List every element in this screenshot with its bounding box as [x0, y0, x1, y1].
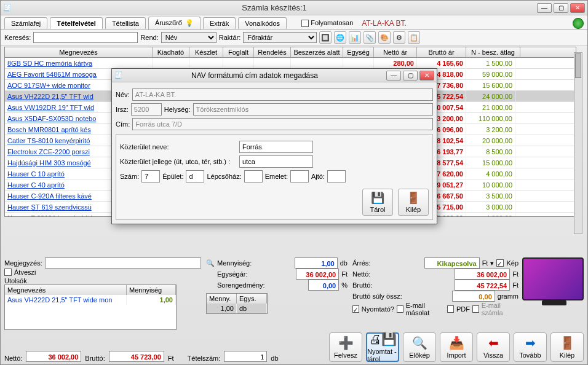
- col-brutto[interactable]: Bruttó ár: [417, 47, 466, 57]
- window-title: Számla készítés:1: [12, 3, 537, 12]
- table-row[interactable]: 8GB SD HC memória kártya280,004 165,601 …: [5, 58, 576, 69]
- dialog-close[interactable]: ✕: [419, 71, 434, 80]
- lastgrid-col-name[interactable]: Megnevezés: [5, 285, 127, 295]
- arres-label: Árrés:: [352, 259, 370, 267]
- footer-brutto: 45 723,00: [109, 351, 164, 362]
- calc-icon[interactable]: 🔍: [206, 259, 215, 267]
- epulet-input[interactable]: [186, 170, 204, 182]
- col-megnevezes[interactable]: Megnevezés: [5, 47, 153, 57]
- tovabb-button[interactable]: ➡Tovább: [514, 332, 547, 362]
- nyomtat-tarol-button[interactable]: 🖨💾Nyomtat - tárol: [366, 332, 399, 362]
- comment-input[interactable]: [45, 257, 201, 269]
- dropdown-icon[interactable]: ▾: [490, 259, 494, 267]
- kilep-button[interactable]: 🚪Kilép: [550, 332, 584, 362]
- cell-besz: 10 000,00: [466, 179, 515, 190]
- col-n-besz[interactable]: N - besz. átlag: [466, 47, 520, 57]
- toolbar-btn-3[interactable]: 📊: [349, 31, 361, 44]
- lastgrid-col-qty[interactable]: Mennyiség: [127, 285, 176, 295]
- close-button[interactable]: ✕: [570, 3, 585, 13]
- helyseg-input: [193, 103, 433, 116]
- epulet-label: Épület:: [162, 173, 183, 180]
- tab-tetellista[interactable]: Tétellista: [105, 17, 146, 29]
- tab-aruszuro[interactable]: Áruszűrő 💡: [148, 17, 201, 29]
- folyamatosan-checkbox[interactable]: [301, 20, 309, 27]
- dialog-kilep-button[interactable]: 🚪Kilép: [398, 189, 429, 216]
- minimize-button[interactable]: —: [537, 3, 552, 13]
- lepcso-input[interactable]: [244, 170, 263, 182]
- cell-besz: 4 000,00: [466, 168, 515, 179]
- kozter-jelleg-input[interactable]: [239, 155, 313, 168]
- col-rendeles[interactable]: Rendelés: [254, 47, 291, 57]
- email-masolat-checkbox[interactable]: [397, 305, 403, 313]
- raktar-select[interactable]: Főraktár: [243, 32, 317, 43]
- toolbar-btn-5[interactable]: 🎨: [378, 31, 391, 44]
- tab-tetelfelvetel[interactable]: Tételfelvétel: [50, 17, 103, 29]
- toolbar-btn-7[interactable]: 📋: [408, 31, 420, 44]
- sorenged-label: Sorengedmény:: [217, 281, 265, 289]
- lastgrid-name: Asus VH222D 21,5" TFT wide mon: [5, 295, 127, 305]
- col-netto[interactable]: Nettó ár: [374, 47, 417, 57]
- search-toolbar: Keresés: Rend: Név Raktár: Főraktár 🔲 🌐 …: [1, 30, 587, 45]
- rend-select[interactable]: Név: [161, 32, 217, 43]
- toolbar-btn-attach[interactable]: 📎: [364, 31, 376, 44]
- tetel-value: 1: [224, 351, 267, 362]
- vissza-button[interactable]: ⬅Vissza: [477, 332, 510, 362]
- scrollbar-thumb[interactable]: [575, 53, 581, 78]
- toolbar-btn-ie[interactable]: 🌐: [334, 31, 346, 44]
- mini-col-0: Menny.: [207, 294, 237, 304]
- col-keszlet[interactable]: Készlet: [189, 47, 223, 57]
- nyomtato-checkbox[interactable]: [352, 305, 359, 313]
- felvesz-button[interactable]: ➕Felvesz: [329, 332, 362, 362]
- door-icon: 🚪: [407, 191, 420, 205]
- atveszi-checkbox[interactable]: [4, 269, 12, 276]
- dialog-minimize[interactable]: —: [386, 71, 401, 80]
- email-szamla-label: E-mail számla: [482, 302, 518, 316]
- nev-label: Név:: [116, 91, 130, 98]
- sorenged-input[interactable]: 0,00: [308, 280, 339, 291]
- raktar-label: Raktár:: [219, 34, 240, 41]
- rbrutto-value: 45 722,54: [455, 280, 510, 291]
- elokep-button[interactable]: 🔍Előkép: [403, 332, 436, 362]
- toolbar-btn-1[interactable]: 🔲: [319, 31, 332, 44]
- menny-input[interactable]: 1,00: [295, 257, 338, 269]
- col-foglalt[interactable]: Foglalt: [223, 47, 254, 57]
- dialog-maximize[interactable]: ▢: [403, 71, 418, 80]
- tab-extrak[interactable]: Extrák: [203, 17, 236, 29]
- tab-vonalkodos[interactable]: Vonalkódos: [238, 17, 287, 29]
- lastgrid-row[interactable]: Asus VH222D 21,5" TFT wide mon1,00: [5, 295, 176, 305]
- refresh-button[interactable]: [573, 18, 584, 29]
- nav-address-dialog: 🧾 NAV formátumú cím adatok megadása — ▢ …: [111, 68, 437, 224]
- col-beszerzes[interactable]: Beszerzés alatt: [291, 47, 343, 57]
- ajto-input[interactable]: [327, 170, 346, 182]
- comment-label: Megjegyzés:: [4, 259, 42, 267]
- cell-besz: 15 000,00: [466, 157, 515, 168]
- suly-label: Bruttó súly össz:: [352, 292, 402, 300]
- import-button[interactable]: 📥Import: [440, 332, 473, 362]
- utolsok-label: Utolsók: [4, 277, 201, 285]
- lepcso-label: Lépcsőház:: [207, 173, 241, 180]
- tab-szamlafej[interactable]: Számlafej: [4, 17, 47, 29]
- col-egyseg[interactable]: Egység: [343, 47, 374, 57]
- email-szamla-checkbox[interactable]: [472, 305, 479, 313]
- cim-label: Cím:: [116, 120, 130, 128]
- kozter-neve-input[interactable]: [239, 141, 313, 153]
- folyamatosan-label: Folyamatosan: [311, 19, 353, 26]
- kep-checkbox[interactable]: [496, 259, 504, 267]
- szam-input[interactable]: [141, 170, 160, 182]
- cell-net: 280,00: [374, 58, 417, 69]
- footer-brutto-label: Bruttó:: [85, 355, 105, 362]
- footer-netto: 36 002,00: [26, 351, 81, 362]
- maximize-button[interactable]: ▢: [554, 3, 568, 13]
- cell-name[interactable]: 8GB SD HC memória kártya: [5, 58, 153, 69]
- tarol-button[interactable]: 💾Tárol: [362, 189, 393, 216]
- tetel-unit: db: [271, 355, 278, 362]
- pdf-checkbox[interactable]: [447, 305, 454, 313]
- egysegar-input[interactable]: 36 002,00: [296, 269, 339, 280]
- nev-input: [132, 88, 433, 101]
- toolbar-btn-6[interactable]: ⚙: [393, 31, 405, 44]
- emelet-input[interactable]: [290, 170, 309, 182]
- search-input[interactable]: [33, 32, 138, 43]
- arres-value: Kikapcsolva: [424, 257, 480, 269]
- grid-scrollbar[interactable]: [574, 52, 582, 234]
- col-kiadhato[interactable]: Kiadható: [153, 47, 189, 57]
